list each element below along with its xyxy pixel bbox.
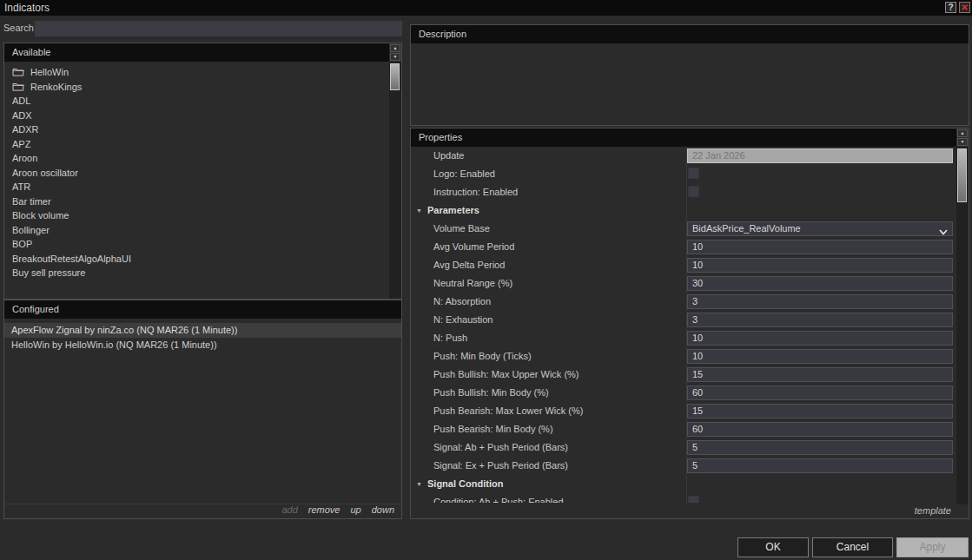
property-row[interactable]: ▼Parameters — [411, 201, 956, 220]
description-header: Description — [411, 25, 969, 43]
available-list-item[interactable]: Aroon oscillator — [4, 166, 389, 181]
down-link[interactable]: down — [372, 504, 394, 515]
property-input[interactable]: 60 — [687, 385, 953, 400]
search-input[interactable] — [35, 21, 402, 36]
folder-icon — [12, 66, 24, 76]
available-list: HelloWinRenkoKingsADLADXADXRAPZAroonAroo… — [4, 62, 389, 299]
scroll-up-icon[interactable]: ▲ — [390, 44, 400, 52]
scroll-down-icon[interactable]: ▼ — [390, 53, 400, 61]
property-input[interactable]: 30 — [687, 276, 953, 291]
property-row: Push Bearish: Min Body (%)60 — [411, 420, 956, 438]
template-row: template — [411, 503, 969, 518]
available-list-item[interactable]: APZ — [4, 137, 389, 152]
property-label: Avg Delta Period — [433, 256, 505, 274]
available-item-label: BOP — [12, 239, 32, 249]
available-list-item[interactable]: ADL — [4, 94, 389, 109]
description-panel: Description — [410, 24, 969, 126]
available-list-item[interactable]: ATR — [4, 180, 389, 194]
properties-header: Properties — [411, 128, 969, 147]
property-input[interactable]: 3 — [687, 294, 953, 309]
available-list-item[interactable]: Aroon — [4, 151, 389, 166]
apply-button[interactable]: Apply — [896, 537, 969, 557]
property-dropdown[interactable]: BidAskPrice_RealVolume — [687, 221, 953, 236]
property-input[interactable]: 10 — [687, 258, 953, 273]
close-button[interactable]: ✕ — [959, 2, 970, 13]
remove-link[interactable]: remove — [308, 504, 341, 515]
properties-scrollbar[interactable] — [956, 147, 969, 504]
available-item-label: Aroon oscillator — [12, 168, 78, 178]
available-list-item[interactable]: Block volume — [4, 208, 389, 223]
available-item-label: Buy sell pressure — [12, 267, 85, 278]
property-row: Update22 Jan 2026 — [411, 147, 956, 165]
available-list-item[interactable]: BreakoutRetestAlgoAlphaUI — [4, 252, 389, 267]
property-label: Update — [433, 147, 464, 165]
property-input[interactable]: 10 — [687, 331, 953, 346]
configured-list-item[interactable]: ApexFlow Zignal by ninZa.co (NQ MAR26 (1… — [4, 323, 401, 338]
scroll-down-icon[interactable]: ▼ — [957, 138, 968, 146]
property-checkbox[interactable] — [688, 186, 699, 197]
properties-panel: Properties ▲ ▼ Update22 Jan 2026Logo: En… — [410, 128, 969, 519]
property-input[interactable]: 15 — [687, 404, 953, 418]
property-checkbox[interactable] — [688, 168, 699, 179]
property-row: Push Bearish: Max Lower Wick (%)15 — [411, 402, 956, 420]
property-label: Push Bearish: Min Body (%) — [433, 420, 553, 438]
property-value-cell: 15 — [687, 366, 956, 384]
available-item-label: Block volume — [12, 210, 69, 221]
property-label: Push Bearish: Max Lower Wick (%) — [433, 402, 583, 420]
available-list-item[interactable]: RenkoKings — [4, 80, 389, 95]
available-panel: Available ▲ ▼ HelloWinRenkoKingsADLADXAD… — [3, 43, 402, 300]
property-row: Avg Volume Period10 — [411, 238, 956, 256]
configured-panel: Configured ApexFlow Zignal by ninZa.co (… — [3, 300, 402, 519]
collapse-arrow-icon[interactable]: ▼ — [416, 201, 422, 220]
property-value-cell: 5 — [687, 438, 956, 457]
property-input[interactable]: 10 — [687, 349, 953, 364]
folder-icon — [12, 81, 24, 90]
available-item-label: ADX — [12, 110, 32, 121]
available-list-item[interactable]: Bar timer — [4, 194, 389, 209]
property-row: N: Push10 — [411, 329, 956, 347]
property-label: Condition: Ab + Push: Enabled — [433, 493, 564, 503]
property-input[interactable]: 5 — [687, 458, 953, 473]
property-input[interactable]: 60 — [687, 422, 953, 437]
available-scrollbar[interactable] — [389, 62, 401, 299]
property-row: N: Absorption3 — [411, 293, 956, 311]
property-row: Signal: Ex + Push Period (Bars)5 — [411, 457, 956, 475]
property-label: Logo: Enabled — [433, 165, 495, 183]
available-item-label: RenkoKings — [30, 82, 82, 92]
available-list-item[interactable]: BOP — [4, 237, 389, 252]
available-item-label: Aroon — [12, 153, 37, 163]
up-link[interactable]: up — [350, 504, 360, 515]
available-scroll-buttons: ▲ ▼ — [389, 43, 401, 62]
available-list-item[interactable]: Buy sell pressure — [4, 266, 389, 280]
available-list-item[interactable]: ADX — [4, 109, 389, 123]
property-value-cell: 60 — [687, 420, 956, 438]
properties-scrollbar-thumb[interactable] — [957, 148, 967, 202]
available-list-item[interactable]: HelloWin — [4, 65, 389, 80]
property-value-cell: 3 — [687, 293, 956, 311]
property-input[interactable]: 5 — [687, 440, 953, 455]
available-scrollbar-thumb[interactable] — [390, 63, 400, 90]
property-input[interactable]: 10 — [687, 240, 953, 254]
add-link[interactable]: add — [281, 504, 297, 515]
property-label: Volume Base — [433, 220, 490, 238]
available-list-item[interactable]: ADXR — [4, 122, 389, 137]
property-row: Push: Min Body (Ticks)10 — [411, 347, 956, 366]
collapse-arrow-icon[interactable]: ▼ — [416, 475, 422, 493]
property-value-cell: 10 — [687, 329, 956, 347]
scroll-up-icon[interactable]: ▲ — [957, 129, 968, 137]
configured-list-item[interactable]: HelloWin by HelloWin.io (NQ MAR26 (1 Min… — [4, 338, 401, 352]
help-button[interactable]: ? — [945, 2, 956, 13]
property-input[interactable]: 15 — [687, 367, 953, 382]
available-item-label: APZ — [12, 139, 30, 149]
property-input: 22 Jan 2026 — [687, 148, 953, 163]
property-input[interactable]: 3 — [687, 313, 953, 327]
property-label: Push Bullish: Max Upper Wick (%) — [433, 366, 579, 384]
property-value-cell — [687, 165, 956, 183]
property-checkbox[interactable] — [688, 496, 699, 503]
property-row[interactable]: ▼Signal Condition — [411, 475, 956, 493]
template-link[interactable]: template — [915, 505, 951, 516]
available-list-item[interactable]: Bollinger — [4, 223, 389, 238]
available-item-label: ATR — [12, 181, 30, 192]
cancel-button[interactable]: Cancel — [812, 537, 893, 557]
ok-button[interactable]: OK — [737, 537, 809, 557]
